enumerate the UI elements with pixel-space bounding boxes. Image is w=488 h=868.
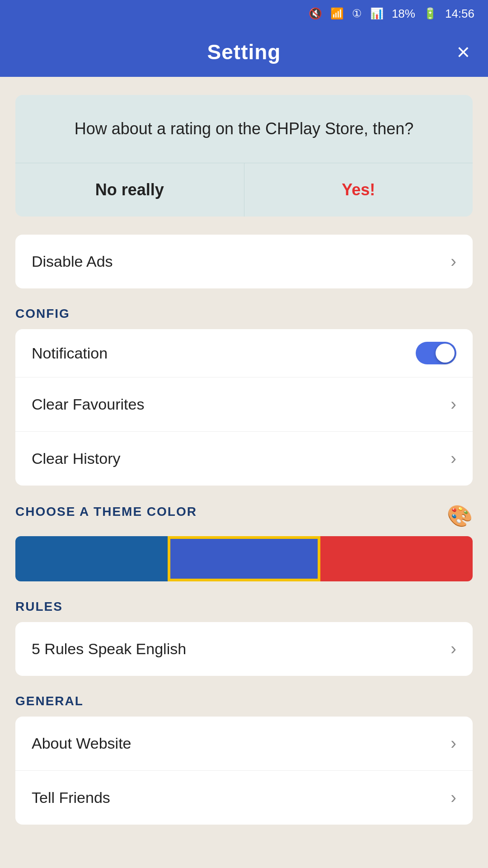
time-text: 14:56	[445, 7, 474, 21]
toggle-track	[416, 342, 456, 364]
status-bar: 🔇 📶 ① 📊 18% 🔋 14:56	[0, 0, 488, 27]
rules-speak-english-item[interactable]: 5 Rules Speak English ›	[15, 622, 473, 676]
general-card: About Website › Tell Friends ›	[15, 717, 473, 825]
color-swatch-dark-blue[interactable]	[15, 536, 168, 581]
tell-friends-item[interactable]: Tell Friends ›	[15, 771, 473, 825]
rules-section: RULES 5 Rules Speak English ›	[15, 599, 473, 676]
about-website-label: About Website	[32, 735, 131, 752]
notification-label: Notification	[32, 344, 108, 362]
rules-card: 5 Rules Speak English ›	[15, 622, 473, 676]
chevron-icon: ›	[450, 252, 456, 271]
rating-question-text: How about a rating on the CHPlay Store, …	[15, 95, 473, 163]
config-section: CONFIG Notification Clear Favourites › C…	[15, 307, 473, 486]
tell-friends-label: Tell Friends	[32, 789, 110, 807]
notification-item[interactable]: Notification	[15, 329, 473, 377]
theme-header: CHOOSE A THEME COLOR 🎨	[15, 504, 473, 528]
header: Setting ×	[0, 27, 488, 77]
rating-card: How about a rating on the CHPlay Store, …	[15, 95, 473, 217]
toggle-thumb	[436, 344, 455, 363]
yes-button[interactable]: Yes!	[244, 163, 473, 217]
no-really-button[interactable]: No really	[15, 163, 244, 217]
wifi-icon: 📶	[330, 7, 344, 20]
about-website-item[interactable]: About Website ›	[15, 717, 473, 771]
clear-favourites-item[interactable]: Clear Favourites ›	[15, 377, 473, 432]
battery-icon: 🔋	[423, 7, 437, 20]
clear-history-item[interactable]: Clear History ›	[15, 432, 473, 486]
battery-text: 18%	[392, 7, 415, 21]
theme-color-swatches	[15, 536, 473, 581]
general-section: GENERAL About Website › Tell Friends ›	[15, 694, 473, 825]
rules-section-title: RULES	[15, 599, 473, 614]
config-card: Notification Clear Favourites › Clear Hi…	[15, 329, 473, 486]
rules-speak-english-label: 5 Rules Speak English	[32, 640, 186, 658]
palette-icon: 🎨	[447, 504, 473, 528]
disable-ads-card: Disable Ads ›	[15, 235, 473, 288]
settings-content: How about a rating on the CHPlay Store, …	[0, 77, 488, 861]
chevron-icon: ›	[450, 788, 456, 807]
close-button[interactable]: ×	[457, 41, 470, 63]
theme-section-title: CHOOSE A THEME COLOR	[15, 505, 197, 519]
sim-icon: ①	[352, 7, 362, 20]
general-section-title: GENERAL	[15, 694, 473, 708]
mute-icon: 🔇	[309, 7, 322, 20]
config-section-title: CONFIG	[15, 307, 473, 321]
chevron-icon: ›	[450, 449, 456, 468]
clear-history-label: Clear History	[32, 450, 120, 467]
disable-ads-item[interactable]: Disable Ads ›	[15, 235, 473, 288]
notification-toggle[interactable]	[416, 342, 456, 364]
chevron-icon: ›	[450, 734, 456, 753]
signal-icon: 📊	[370, 7, 384, 20]
disable-ads-label: Disable Ads	[32, 253, 113, 270]
theme-section: CHOOSE A THEME COLOR 🎨	[15, 504, 473, 581]
color-swatch-red[interactable]	[320, 536, 473, 581]
clear-favourites-label: Clear Favourites	[32, 396, 144, 413]
rating-actions: No really Yes!	[15, 163, 473, 217]
chevron-icon: ›	[450, 395, 456, 414]
chevron-icon: ›	[450, 639, 456, 659]
page-title: Setting	[207, 40, 281, 64]
color-swatch-medium-blue[interactable]	[168, 536, 320, 581]
